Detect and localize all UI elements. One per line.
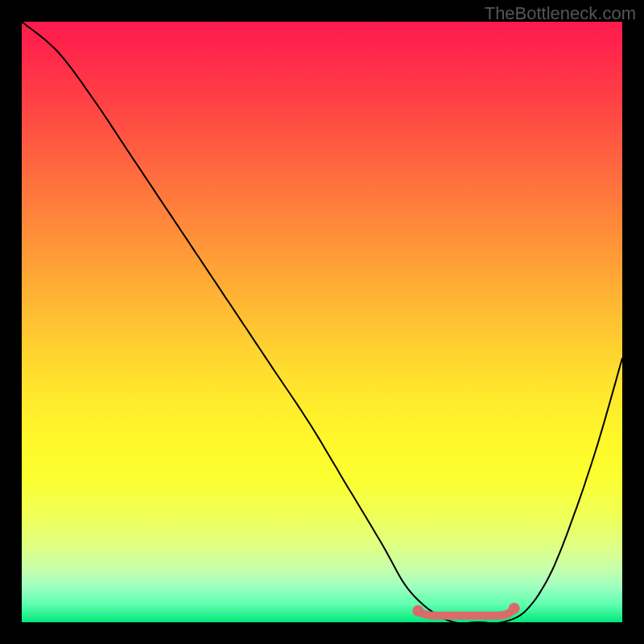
- svg-point-1: [509, 603, 520, 614]
- svg-point-0: [412, 605, 423, 617]
- chart-plot-area: [22, 22, 622, 622]
- optimal-range-marker: [22, 22, 622, 622]
- bottleneck-curve: [22, 22, 622, 622]
- watermark-text: TheBottleneck.com: [485, 3, 636, 24]
